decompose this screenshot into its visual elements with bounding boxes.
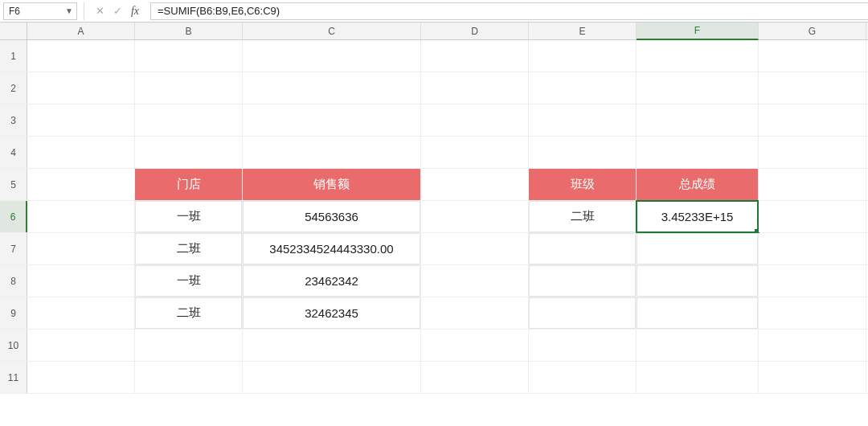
formula-input[interactable]: =SUMIF(B6:B9,E6,C6:C9) [150,2,868,20]
row-header-6[interactable]: 6 [0,201,27,232]
row-header-9[interactable]: 9 [0,297,27,329]
row-header-11[interactable]: 11 [0,362,27,393]
cell-F6[interactable]: 3.45233E+15 [637,201,759,232]
cell-G9[interactable] [759,297,866,329]
cell-B2[interactable] [135,72,243,104]
cell-A9[interactable] [27,297,135,329]
cell-C8[interactable]: 23462342 [243,265,421,297]
select-all-corner[interactable] [0,23,27,39]
cell-G1[interactable] [759,40,866,72]
cell-G8[interactable] [759,265,866,297]
cell-F8[interactable] [637,265,759,297]
cell-F7[interactable] [637,233,759,264]
cell-D7[interactable] [421,233,529,264]
col-header-C[interactable]: C [243,23,421,39]
cell-B6[interactable]: 一班 [135,201,243,232]
dropdown-icon[interactable]: ▼ [65,6,73,15]
cell-E5[interactable]: 班级 [529,169,637,200]
cell-D10[interactable] [421,330,529,361]
col-header-A[interactable]: A [27,23,135,39]
cell-B7[interactable]: 二班 [135,233,243,264]
cell-F3[interactable] [637,104,759,136]
cell-C7[interactable]: 3452334524443330.00 [243,233,421,264]
col-header-E[interactable]: E [529,23,637,39]
row-header-5[interactable]: 5 [0,169,27,200]
cell-C4[interactable] [243,137,421,168]
cell-A11[interactable] [27,362,135,393]
cell-E3[interactable] [529,104,637,136]
cell-F10[interactable] [637,330,759,361]
cell-D8[interactable] [421,265,529,297]
cell-A6[interactable] [27,201,135,232]
cell-G5[interactable] [759,169,866,200]
cell-A7[interactable] [27,233,135,264]
fx-icon[interactable]: fx [126,2,144,20]
cell-C5[interactable]: 销售额 [243,169,421,200]
row-header-3[interactable]: 3 [0,104,27,136]
cell-A8[interactable] [27,265,135,297]
cell-F11[interactable] [637,362,759,393]
cell-F1[interactable] [637,40,759,72]
cell-A1[interactable] [27,40,135,72]
cell-B3[interactable] [135,104,243,136]
cell-A3[interactable] [27,104,135,136]
cell-F9[interactable] [637,297,759,329]
cell-C11[interactable] [243,362,421,393]
cell-E1[interactable] [529,40,637,72]
row-header-10[interactable]: 10 [0,330,27,361]
col-header-G[interactable]: G [759,23,866,39]
cell-D2[interactable] [421,72,529,104]
cancel-icon[interactable]: ✕ [91,2,108,20]
row-header-2[interactable]: 2 [0,72,27,104]
cell-G6[interactable] [759,201,866,232]
row-header-4[interactable]: 4 [0,137,27,168]
cell-D3[interactable] [421,104,529,136]
cell-B4[interactable] [135,137,243,168]
cell-G10[interactable] [759,330,866,361]
cell-B1[interactable] [135,40,243,72]
cell-E6[interactable]: 二班 [529,201,637,232]
cell-B5[interactable]: 门店 [135,169,243,200]
cell-F4[interactable] [637,137,759,168]
cell-B10[interactable] [135,330,243,361]
cell-F2[interactable] [637,72,759,104]
cell-E8[interactable] [529,265,637,297]
cell-G3[interactable] [759,104,866,136]
confirm-icon[interactable]: ✓ [108,2,126,20]
col-header-F[interactable]: F [637,23,759,40]
cell-A2[interactable] [27,72,135,104]
col-header-D[interactable]: D [421,23,529,39]
cell-C2[interactable] [243,72,421,104]
cell-D11[interactable] [421,362,529,393]
row-header-8[interactable]: 8 [0,265,27,297]
row-header-7[interactable]: 7 [0,233,27,264]
cell-E11[interactable] [529,362,637,393]
cell-G11[interactable] [759,362,866,393]
cell-D4[interactable] [421,137,529,168]
cell-B11[interactable] [135,362,243,393]
cell-E10[interactable] [529,330,637,361]
cell-C1[interactable] [243,40,421,72]
cell-E9[interactable] [529,297,637,329]
cell-E2[interactable] [529,72,637,104]
cell-D6[interactable] [421,201,529,232]
cell-A5[interactable] [27,169,135,200]
cell-A10[interactable] [27,330,135,361]
cell-G4[interactable] [759,137,866,168]
cell-C6[interactable]: 54563636 [243,201,421,232]
row-header-1[interactable]: 1 [0,40,27,72]
cell-C3[interactable] [243,104,421,136]
cell-G7[interactable] [759,233,866,264]
cell-E7[interactable] [529,233,637,264]
col-header-B[interactable]: B [135,23,243,39]
cell-D1[interactable] [421,40,529,72]
cell-D5[interactable] [421,169,529,200]
name-box[interactable]: F6 ▼ [3,2,77,20]
cell-C10[interactable] [243,330,421,361]
cell-F5[interactable]: 总成绩 [637,169,759,200]
cell-B8[interactable]: 一班 [135,265,243,297]
cell-E4[interactable] [529,137,637,168]
cell-D9[interactable] [421,297,529,329]
cell-A4[interactable] [27,137,135,168]
cell-C9[interactable]: 32462345 [243,297,421,329]
